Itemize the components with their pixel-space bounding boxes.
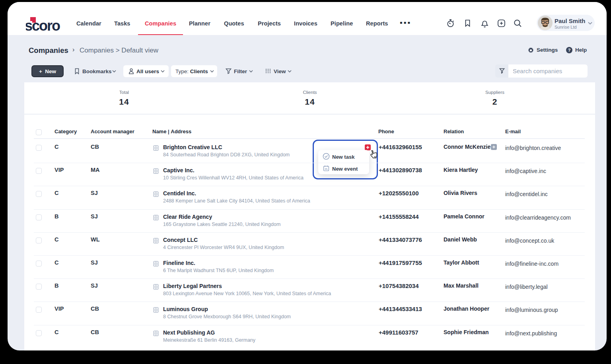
svg-text:scoro: scoro (26, 18, 60, 33)
svg-text:?: ? (568, 48, 571, 53)
